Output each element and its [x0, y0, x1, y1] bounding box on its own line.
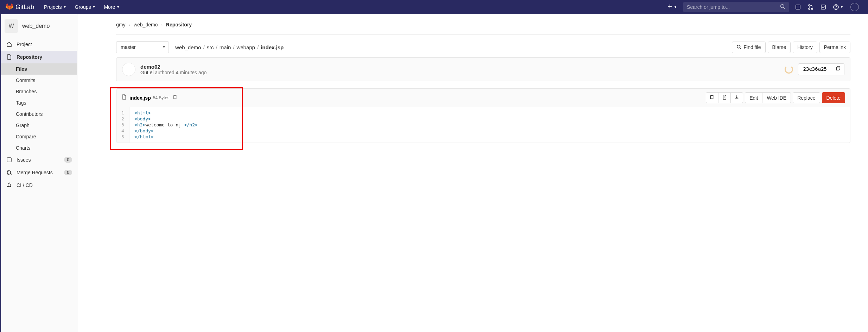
top-navbar: GitLab Projects▼ Groups▼ More▼ ▼ ▼ [0, 0, 868, 14]
project-avatar: W [5, 19, 18, 33]
webide-button[interactable]: Web IDE [762, 92, 791, 103]
svg-rect-19 [711, 96, 713, 99]
new-dropdown[interactable]: ▼ [664, 0, 680, 14]
file-path: web_demo/src/main/webapp/index.jsp [175, 44, 284, 50]
brand-logo[interactable]: GitLab [6, 2, 34, 12]
replace-button[interactable]: Replace [793, 92, 820, 103]
issues-icon [6, 157, 12, 163]
svg-rect-18 [174, 95, 176, 99]
file-size: 54 Bytes [153, 95, 170, 100]
blame-button[interactable]: Blame [768, 42, 791, 53]
mr-count-badge: 0 [64, 170, 72, 175]
permalink-button[interactable]: Permalink [819, 42, 850, 53]
path-seg[interactable]: main [220, 44, 231, 50]
sidebar-item-repository[interactable]: Repository [1, 51, 77, 63]
svg-point-7 [811, 8, 813, 10]
sidebar-project-header[interactable]: W web_demo [1, 14, 77, 38]
find-file-button[interactable]: Find file [732, 42, 765, 53]
sidebar-sub-tags[interactable]: Tags [1, 97, 77, 108]
commit-sha[interactable]: 23e36a25 [798, 63, 832, 75]
edit-button[interactable]: Edit [745, 92, 762, 103]
pipeline-status-spinner[interactable] [785, 65, 793, 74]
todos-icon[interactable] [817, 0, 830, 14]
sidebar-sub-charts[interactable]: Charts [1, 142, 77, 154]
commit-author-avatar [122, 63, 135, 76]
breadcrumb: gmy › web_demo › Repository [116, 21, 850, 35]
sidebar-sub-branches[interactable]: Branches [1, 86, 77, 97]
help-dropdown[interactable]: ▼ [830, 0, 847, 14]
download-button[interactable] [730, 92, 743, 103]
file-header: index.jsp 54 Bytes Edit Web IDE Replace … [116, 89, 850, 107]
path-seg[interactable]: src [207, 44, 214, 50]
breadcrumb-project[interactable]: web_demo [134, 22, 158, 27]
svg-point-2 [781, 4, 784, 7]
copy-sha-button[interactable] [832, 63, 844, 75]
merge-icon [6, 170, 12, 175]
code-icon [722, 95, 727, 101]
code-lines[interactable]: <html> <body> <h2>welcome to nj </h2> </… [129, 107, 203, 143]
path-seg[interactable]: web_demo [175, 44, 201, 50]
search-icon [780, 4, 785, 11]
project-name: web_demo [22, 23, 50, 29]
file-icon [121, 94, 127, 101]
sidebar-sub-contributors[interactable]: Contributors [1, 108, 77, 120]
issues-count-badge: 0 [64, 157, 72, 163]
chevron-down-icon: ▼ [92, 5, 95, 9]
file-name: index.jsp [129, 95, 151, 101]
sidebar-item-merge-requests[interactable]: Merge Requests 0 [1, 166, 77, 179]
history-button[interactable]: History [793, 42, 817, 53]
svg-line-16 [740, 48, 741, 49]
svg-point-15 [737, 45, 740, 48]
last-commit-box: demo02 GuLei authored 4 minutes ago 23e3… [116, 57, 850, 81]
sidebar-sub-graph[interactable]: Graph [1, 120, 77, 131]
svg-point-6 [809, 8, 810, 10]
brand-text: GitLab [15, 4, 34, 11]
nav-groups[interactable]: Groups▼ [71, 0, 100, 14]
branch-select[interactable]: master [116, 41, 169, 53]
svg-point-12 [7, 170, 8, 171]
home-icon [6, 42, 12, 47]
file-nav-bar: master web_demo/src/main/webapp/index.js… [116, 41, 850, 53]
svg-point-5 [809, 5, 810, 6]
nav-projects[interactable]: Projects▼ [40, 0, 71, 14]
merge-requests-icon[interactable] [804, 0, 817, 14]
user-avatar[interactable] [847, 0, 862, 14]
chevron-down-icon: ▼ [674, 5, 677, 9]
breadcrumb-group[interactable]: gmy [116, 22, 125, 27]
plus-icon [667, 4, 672, 10]
search-box[interactable] [683, 2, 789, 12]
path-seg[interactable]: webapp [236, 44, 255, 50]
copy-icon [710, 95, 715, 101]
line-gutter: 12345 [116, 107, 129, 143]
sidebar-sub-compare[interactable]: Compare [1, 131, 77, 142]
sidebar-sub-commits[interactable]: Commits [1, 75, 77, 86]
gitlab-icon [6, 2, 15, 12]
sidebar-item-cicd[interactable]: CI / CD [1, 179, 77, 192]
download-icon [734, 95, 739, 101]
issues-icon[interactable] [792, 0, 804, 14]
copy-source-button[interactable] [706, 92, 718, 103]
search-icon [736, 44, 741, 50]
sidebar-item-project[interactable]: Project [1, 38, 77, 51]
sidebar: W web_demo Project Repository Files Comm… [0, 14, 77, 332]
sidebar-sub-files[interactable]: Files [1, 63, 77, 75]
search-input[interactable] [687, 4, 780, 10]
chevron-down-icon: ▼ [840, 5, 843, 9]
path-file: index.jsp [261, 44, 284, 50]
svg-line-3 [784, 7, 785, 9]
copy-path-button[interactable] [173, 95, 178, 101]
main-content: gmy › web_demo › Repository master web_d… [77, 14, 868, 332]
commit-meta: GuLei authored 4 minutes ago [140, 70, 785, 75]
delete-button[interactable]: Delete [822, 92, 845, 103]
raw-button[interactable] [718, 92, 731, 103]
nav-menu: Projects▼ Groups▼ More▼ [40, 0, 124, 14]
svg-rect-1 [668, 6, 672, 7]
chevron-down-icon: ▼ [63, 5, 66, 9]
sidebar-item-issues[interactable]: Issues 0 [1, 154, 77, 166]
code-area: 12345 <html> <body> <h2>welcome to nj </… [116, 107, 850, 143]
file-viewer: index.jsp 54 Bytes Edit Web IDE Replace … [116, 88, 850, 143]
commit-title[interactable]: demo02 [140, 64, 785, 70]
nav-more[interactable]: More▼ [100, 0, 124, 14]
doc-icon [6, 54, 12, 60]
chevron-down-icon: ▼ [116, 5, 120, 9]
